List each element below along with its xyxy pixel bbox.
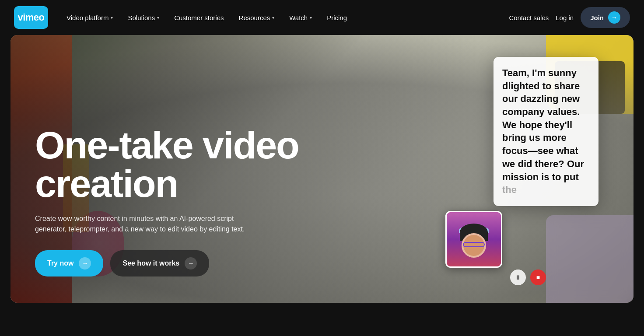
person-image (447, 212, 501, 266)
nav-item-video-platform[interactable]: Video platform ▾ (60, 10, 119, 25)
login-link[interactable]: Log in (556, 14, 574, 21)
chevron-down-icon: ▾ (111, 15, 113, 20)
stop-icon: ■ (536, 274, 540, 281)
try-now-button[interactable]: Try now → (35, 250, 103, 276)
pause-button[interactable]: ⏸ (510, 270, 526, 285)
faded-text: the (502, 184, 517, 195)
hero-content: One-take video creation Create wow-worth… (10, 35, 308, 303)
nav-item-resources[interactable]: Resources ▾ (233, 10, 281, 25)
logo-text: vimeo (18, 12, 44, 23)
pause-icon: ⏸ (515, 274, 521, 281)
card-text: Team, I'm sunny dlighted to share our da… (502, 66, 590, 196)
see-how-it-works-button[interactable]: See how it works → (110, 250, 209, 276)
nav-item-watch[interactable]: Watch ▾ (283, 10, 318, 25)
blur-overlay (546, 215, 634, 303)
chevron-down-icon: ▾ (272, 15, 274, 20)
video-thumbnail[interactable] (445, 211, 502, 268)
navbar: vimeo Video platform ▾ Solutions ▾ Custo… (0, 0, 644, 35)
chevron-down-icon: ▾ (310, 15, 312, 20)
arrow-right-icon: → (185, 257, 197, 270)
nav-item-pricing[interactable]: Pricing (321, 10, 353, 25)
arrow-right-icon: → (79, 257, 91, 270)
video-controls: ⏸ ■ (510, 270, 546, 285)
hero-section: One-take video creation Create wow-worth… (10, 35, 634, 303)
nav-links: Video platform ▾ Solutions ▾ Customer st… (60, 10, 509, 25)
arrow-right-icon: → (608, 11, 620, 24)
hero-subtitle: Create wow-worthy content in minutes wit… (35, 214, 254, 234)
nav-item-solutions[interactable]: Solutions ▾ (122, 10, 165, 25)
join-button[interactable]: Join → (581, 7, 630, 28)
hero-title: One-take video creation (35, 126, 308, 203)
glasses (463, 242, 485, 247)
nav-item-customer-stories[interactable]: Customer stories (168, 10, 230, 25)
contact-sales-link[interactable]: Contact sales (509, 14, 549, 21)
logo[interactable]: vimeo (14, 6, 48, 29)
stop-button[interactable]: ■ (530, 270, 546, 285)
nav-actions: Contact sales Log in Join → (509, 7, 630, 28)
hero-buttons: Try now → See how it works → (35, 250, 308, 276)
teleprompter-card: Team, I'm sunny dlighted to share our da… (494, 57, 598, 206)
chevron-down-icon: ▾ (157, 15, 159, 20)
